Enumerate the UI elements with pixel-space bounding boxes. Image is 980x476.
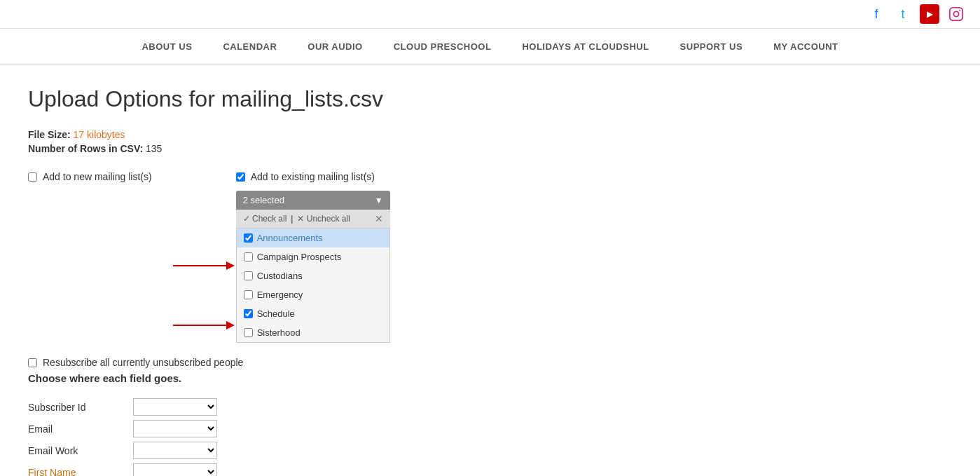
nav-item-holidays[interactable]: HOLIDAYS AT CLOUDSHUL — [506, 29, 664, 64]
rows-label: Number of Rows in CSV: — [28, 143, 143, 154]
checkbox-sisterhood[interactable] — [244, 328, 253, 337]
item-label-sisterhood: Sisterhood — [257, 327, 301, 338]
add-new-option: Add to new mailing list(s) — [28, 171, 152, 182]
field-select-email-work[interactable] — [133, 442, 217, 459]
rows-value: 135 — [146, 143, 162, 154]
checkbox-emergency[interactable] — [244, 290, 253, 299]
file-size-label: File Size: — [28, 129, 71, 140]
add-new-checkbox[interactable] — [28, 172, 37, 182]
nav-item-calendar[interactable]: CALENDAR — [207, 29, 292, 64]
social-bar: f t ▶ — [0, 0, 980, 28]
main-nav: ABOUT US CALENDAR OUR AUDIO CLOUD PRESCH… — [0, 28, 980, 65]
dropdown-arrow-icon: ▼ — [375, 196, 383, 205]
nav-item-our-audio[interactable]: OUR AUDIO — [292, 29, 378, 64]
list-item-sisterhood[interactable]: Sisterhood — [237, 323, 389, 342]
file-size-value: 17 kilobytes — [74, 129, 125, 140]
field-row-email-work: Email Work — [28, 442, 743, 459]
item-label-campaign-prospects: Campaign Prospects — [257, 252, 342, 262]
add-new-label: Add to new mailing list(s) — [43, 171, 152, 182]
options-top-row: Add to new mailing list(s) Add to existi… — [28, 171, 743, 343]
field-label-first-name: First Name — [28, 467, 126, 477]
file-info: File Size: 17 kilobytes Number of Rows i… — [28, 129, 743, 154]
svg-point-2 — [959, 10, 960, 11]
resubscribe-text: Resubscribe all currently unsubscribed p… — [43, 357, 243, 368]
add-existing-checkbox[interactable] — [236, 172, 245, 182]
nav-item-support-us[interactable]: SUPPORT US — [665, 29, 759, 64]
field-label-subscriber-id: Subscriber Id — [28, 402, 126, 413]
multiselect-container: 2 selected ▼ ✓ Check all | ✕ Uncheck all… — [236, 191, 390, 343]
add-existing-option: Add to existing mailing list(s) — [236, 171, 390, 343]
item-label-custodians: Custodians — [257, 271, 303, 281]
list-item-schedule[interactable]: Schedule — [237, 304, 389, 323]
field-row-subscriber-id: Subscriber Id — [28, 398, 743, 416]
multiselect-header[interactable]: 2 selected ▼ — [236, 191, 390, 210]
add-existing-label: Add to existing mailing list(s) — [251, 171, 375, 182]
field-label-email-work: Email Work — [28, 445, 126, 456]
field-select-first-name[interactable] — [133, 463, 217, 476]
nav-item-cloud-preschool[interactable]: CLOUD PRESCHOOL — [378, 29, 507, 64]
separator: | — [291, 214, 293, 224]
checkbox-campaign-prospects[interactable] — [244, 252, 253, 261]
field-mapping: Subscriber Id Email Email Work First Nam… — [28, 398, 743, 476]
choose-fields-label: Choose where each field goes. — [28, 372, 743, 384]
resubscribe-label: Resubscribe all currently unsubscribed p… — [28, 357, 743, 368]
field-select-email[interactable] — [133, 420, 217, 437]
field-row-email: Email — [28, 420, 743, 437]
list-item-campaign-prospects[interactable]: Campaign Prospects — [237, 247, 389, 266]
item-label-schedule: Schedule — [257, 308, 295, 319]
close-multiselect-button[interactable]: ✕ — [375, 213, 383, 224]
facebook-icon[interactable]: f — [867, 4, 886, 24]
svg-point-1 — [953, 11, 958, 16]
uncheck-all-link[interactable]: ✕ Uncheck all — [297, 214, 350, 224]
list-item-announcements[interactable]: Announcements — [237, 229, 389, 247]
item-label-emergency: Emergency — [257, 290, 303, 300]
selected-count: 2 selected — [243, 195, 284, 205]
resubscribe-section: Resubscribe all currently unsubscribed p… — [28, 357, 743, 384]
nav-item-my-account[interactable]: MY ACCOUNT — [758, 29, 853, 64]
checkbox-schedule[interactable] — [244, 309, 253, 318]
arrow-schedule — [173, 315, 236, 336]
field-label-email: Email — [28, 423, 126, 435]
nav-item-about-us[interactable]: ABOUT US — [126, 29, 207, 64]
main-content: Upload Options for mailing_lists.csv Fil… — [0, 65, 771, 476]
resubscribe-checkbox[interactable] — [28, 358, 37, 367]
page-title: Upload Options for mailing_lists.csv — [28, 86, 743, 112]
instagram-icon[interactable] — [946, 4, 966, 24]
multiselect-wrapper: 2 selected ▼ ✓ Check all | ✕ Uncheck all… — [236, 185, 390, 343]
multiselect-list: Announcements Campaign Prospects Custodi… — [236, 229, 390, 343]
list-item-emergency[interactable]: Emergency — [237, 285, 389, 304]
checkbox-custodians[interactable] — [244, 271, 253, 280]
check-all-link[interactable]: ✓ Check all — [243, 214, 287, 224]
field-row-first-name: First Name — [28, 463, 743, 476]
multiselect-actions: ✓ Check all | ✕ Uncheck all ✕ — [236, 210, 390, 229]
svg-rect-0 — [950, 8, 962, 20]
youtube-icon[interactable]: ▶ — [920, 4, 939, 24]
arrow-announcements — [173, 255, 236, 276]
checkbox-announcements[interactable] — [244, 233, 253, 243]
item-label-announcements: Announcements — [257, 233, 323, 243]
field-select-subscriber-id[interactable] — [133, 398, 217, 416]
twitter-icon[interactable]: t — [893, 4, 913, 24]
list-item-custodians[interactable]: Custodians — [237, 266, 389, 285]
